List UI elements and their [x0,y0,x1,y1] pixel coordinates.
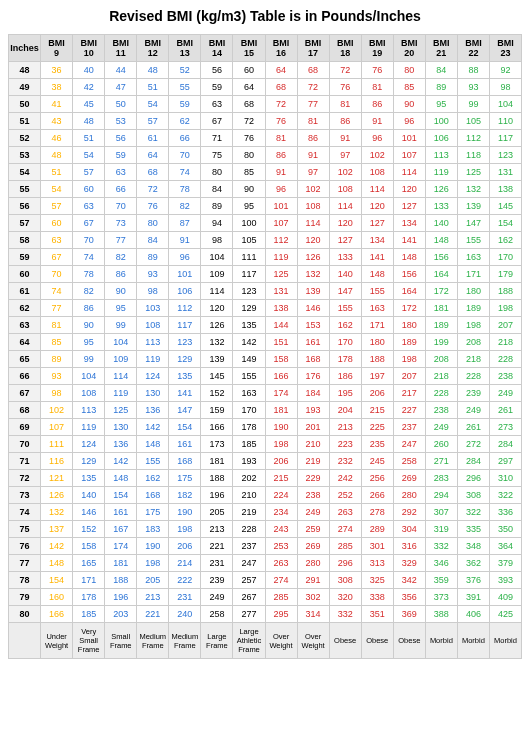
cell: 307 [425,504,457,521]
cell: 141 [393,232,425,249]
col-bmi-15: BMI15 [233,35,265,62]
cell: 132 [457,181,489,198]
cell: 207 [393,368,425,385]
table-row: 49384247515559646872768185899398 [9,79,522,96]
cell: 57 [73,164,105,181]
cell: 249 [201,589,233,606]
row-inches: 78 [9,572,41,589]
row-inches: 64 [9,334,41,351]
cell: 80 [201,164,233,181]
cell: 56 [201,62,233,79]
cell: 60 [233,62,265,79]
cell: 117 [489,130,521,147]
row-inches: 52 [9,130,41,147]
cell: 161 [169,436,201,453]
cell: 90 [233,181,265,198]
cell: 175 [169,470,201,487]
cell: 146 [73,504,105,521]
cell: 148 [41,555,73,572]
cell: 274 [329,521,361,538]
cell: 232 [329,453,361,470]
cell: 356 [393,589,425,606]
cell: 126 [201,317,233,334]
cell: 106 [169,283,201,300]
cell: 198 [457,317,489,334]
cell: 108 [329,181,361,198]
cell: 114 [361,181,393,198]
cell: 38 [41,79,73,96]
cell: 140 [73,487,105,504]
cell: 189 [393,334,425,351]
row-inches: 58 [9,232,41,249]
row-inches: 65 [9,351,41,368]
cell: 88 [457,62,489,79]
footer-cell [9,623,41,659]
row-inches: 75 [9,521,41,538]
cell: 193 [297,402,329,419]
table-row: 5760677380879410010711412012713414014715… [9,215,522,232]
cell: 91 [169,232,201,249]
cell: 296 [329,555,361,572]
cell: 388 [425,606,457,623]
cell: 332 [425,538,457,555]
cell: 63 [201,96,233,113]
footer-cell: Obese [393,623,425,659]
cell: 197 [361,368,393,385]
cell: 101 [393,130,425,147]
cell: 225 [361,419,393,436]
cell: 101 [169,266,201,283]
cell: 76 [329,79,361,96]
cell: 129 [233,300,265,317]
cell: 62 [169,113,201,130]
cell: 112 [457,130,489,147]
cell: 154 [169,419,201,436]
cell: 120 [201,300,233,317]
cell: 113 [73,402,105,419]
cell: 180 [457,283,489,300]
cell: 190 [137,538,169,555]
cell: 40 [73,62,105,79]
cell: 96 [169,249,201,266]
cell: 90 [73,317,105,334]
cell: 179 [489,266,521,283]
cell: 302 [297,589,329,606]
cell: 57 [41,198,73,215]
cell: 231 [169,589,201,606]
cell: 295 [265,606,297,623]
cell: 277 [233,606,265,623]
cell: 188 [105,572,137,589]
cell: 123 [233,283,265,300]
cell: 64 [233,79,265,96]
cell: 130 [105,419,137,436]
cell: 329 [393,555,425,572]
cell: 60 [41,215,73,232]
cell: 80 [137,215,169,232]
cell: 214 [169,555,201,572]
cell: 59 [169,96,201,113]
cell: 206 [169,538,201,555]
cell: 208 [457,334,489,351]
cell: 129 [169,351,201,368]
cell: 89 [201,198,233,215]
col-bmi-20: BMI20 [393,35,425,62]
table-row: 7312614015416818219621022423825226628029… [9,487,522,504]
cell: 127 [329,232,361,249]
cell: 269 [297,538,329,555]
cell: 274 [265,572,297,589]
cell: 249 [457,402,489,419]
cell: 289 [361,521,393,538]
cell: 81 [329,96,361,113]
cell: 84 [137,232,169,249]
cell: 189 [457,300,489,317]
cell: 217 [393,385,425,402]
cell: 74 [169,164,201,181]
cell: 127 [393,198,425,215]
cell: 110 [489,113,521,130]
footer-cell: Over Weight [297,623,329,659]
cell: 100 [233,215,265,232]
cell: 99 [105,317,137,334]
cell: 64 [265,62,297,79]
cell: 145 [489,198,521,215]
table-row: 7111612914215516818119320621923224525827… [9,453,522,470]
cell: 249 [489,385,521,402]
